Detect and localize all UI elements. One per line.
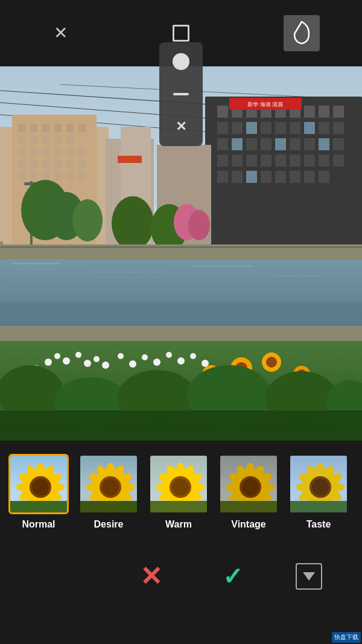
svg-rect-43 [304,106,315,118]
svg-rect-58 [261,138,272,150]
svg-point-117 [102,362,109,369]
svg-rect-224 [290,456,349,514]
svg-rect-17 [66,136,74,144]
svg-rect-10 [54,124,62,132]
svg-rect-156 [10,501,69,514]
svg-rect-64 [217,155,228,167]
filter-label-desire: Desire [94,519,124,530]
svg-point-111 [54,353,60,359]
svg-rect-51 [290,122,300,134]
svg-rect-8 [30,124,37,132]
cancel-button[interactable]: ✕ [132,557,170,596]
svg-rect-27 [54,160,62,168]
panel-minus-button[interactable] [164,78,198,110]
filter-item-taste[interactable]: Taste [286,454,351,530]
svg-rect-35 [78,172,86,180]
floating-panel: ✕ [159,42,203,146]
svg-rect-15 [42,136,49,144]
svg-point-129 [266,357,277,368]
svg-point-155 [32,479,49,496]
svg-point-91 [72,199,103,241]
filter-label-taste: Taste [306,519,331,530]
svg-rect-102 [272,275,320,276]
svg-rect-190 [150,456,209,514]
filter-item-vintage[interactable]: Vintage [216,454,281,530]
filter-item-warm[interactable]: Warm [146,454,211,530]
svg-rect-37 [217,106,228,118]
svg-rect-74 [232,171,243,183]
confirm-icon: ✓ [223,564,243,588]
svg-rect-80 [319,171,329,183]
svg-rect-104 [169,290,290,291]
svg-point-110 [45,359,52,366]
svg-rect-70 [304,155,315,167]
svg-point-123 [177,357,185,365]
svg-point-116 [94,356,100,362]
svg-rect-173 [80,456,139,514]
svg-rect-22 [66,148,74,156]
close-button[interactable]: ✕ [42,15,78,51]
svg-rect-28 [66,160,74,168]
filter-thumb-vintage[interactable] [218,454,279,514]
filter-strip: Normal [0,441,362,543]
svg-rect-60 [290,138,300,150]
filter-thumb-warm[interactable] [148,454,209,514]
panel-close-icon: ✕ [176,119,186,135]
svg-point-122 [166,352,172,358]
svg-rect-76 [261,171,272,183]
svg-rect-49 [261,122,272,134]
filter-label-normal: Normal [22,519,55,530]
svg-rect-18 [18,148,25,156]
svg-rect-79 [304,171,315,183]
svg-rect-13 [18,136,25,144]
filter-label-vintage: Vintage [231,519,266,530]
filter-thumb-desire[interactable] [78,454,139,514]
svg-rect-29 [78,160,86,168]
svg-rect-65 [232,155,243,167]
svg-rect-55 [217,138,228,150]
svg-rect-77 [275,171,286,183]
svg-rect-103 [36,287,127,288]
filter-thumb-normal[interactable] [8,454,69,514]
svg-rect-59 [275,138,286,150]
svg-rect-44 [319,106,329,118]
confirm-button[interactable]: ✓ [214,557,252,596]
triangle-down-icon [303,572,315,581]
svg-rect-99 [12,263,60,264]
filter-thumb-taste[interactable] [288,454,349,514]
svg-rect-31 [30,172,37,180]
panel-close-button[interactable]: ✕ [164,111,198,142]
svg-rect-56 [232,138,243,150]
svg-rect-78 [290,171,300,183]
minus-icon [173,93,189,95]
svg-rect-47 [232,122,243,134]
svg-rect-34 [66,172,74,180]
svg-rect-16 [54,136,62,144]
svg-rect-101 [193,266,253,267]
svg-rect-73 [217,171,228,183]
droplet-button[interactable] [284,15,320,51]
svg-point-119 [129,360,136,368]
svg-rect-107 [0,246,362,248]
svg-point-95 [188,210,210,240]
bottom-bar: ✕ ✓ [0,543,362,610]
circle-icon [173,53,189,70]
svg-rect-9 [42,124,49,132]
droplet-icon [292,21,311,46]
svg-rect-88 [118,156,142,163]
svg-rect-67 [261,155,272,167]
svg-rect-48 [246,122,257,134]
menu-button[interactable] [296,563,322,590]
svg-rect-62 [319,138,329,150]
svg-rect-24 [18,160,25,168]
svg-rect-23 [78,148,86,156]
svg-rect-25 [30,160,37,168]
svg-point-120 [142,354,148,360]
svg-point-114 [75,352,81,358]
svg-rect-54 [333,122,344,134]
svg-rect-75 [246,171,257,183]
panel-circle-button[interactable] [164,46,198,77]
filter-item-normal[interactable]: Normal [6,454,71,530]
filter-item-desire[interactable]: Desire [76,454,141,530]
svg-rect-207 [220,456,279,514]
